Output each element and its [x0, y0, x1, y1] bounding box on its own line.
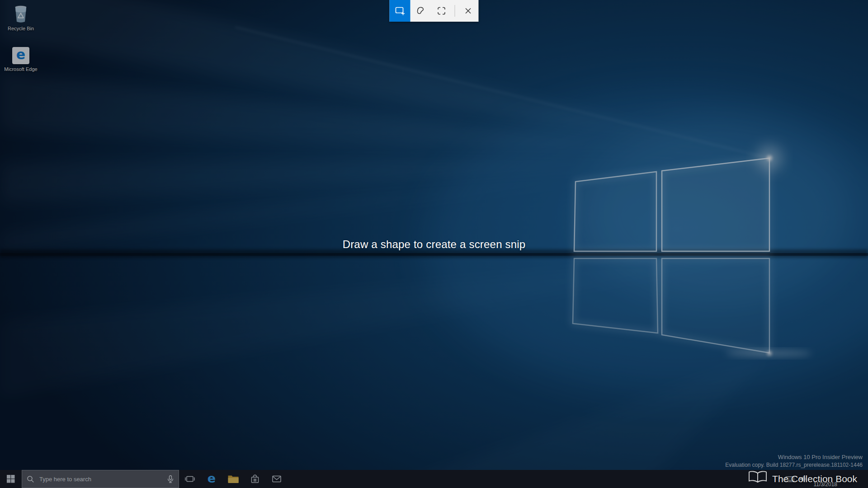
fullscreen-snip-button[interactable] — [431, 0, 452, 22]
snip-toolbar — [390, 0, 479, 22]
book-icon — [747, 468, 768, 484]
rectangular-snip-button[interactable] — [390, 0, 410, 22]
channel-watermark: The Collection Book — [747, 468, 857, 484]
rectangular-snip-icon — [395, 5, 406, 16]
close-icon — [463, 5, 474, 16]
fullscreen-snip-icon — [436, 5, 447, 16]
desktop-screen: Recycle Bin e Microsoft Edge — [0, 0, 868, 488]
freeform-snip-icon — [415, 5, 426, 16]
toolbar-separator — [455, 5, 455, 17]
close-snip-button[interactable] — [458, 0, 479, 22]
channel-watermark-text: The Collection Book — [772, 474, 857, 484]
freeform-snip-button[interactable] — [410, 0, 431, 22]
snip-instruction-text: Draw a shape to create a screen snip — [0, 238, 868, 251]
